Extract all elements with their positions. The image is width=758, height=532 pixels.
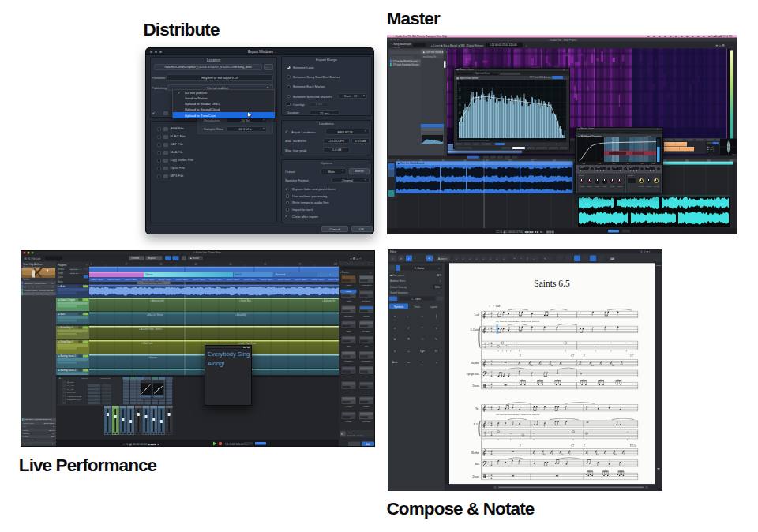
svg-text:Songs: Songs [58,272,64,275]
svg-text:☀ ⌂ ⚙: ☀ ⌂ ⚙ [715,43,725,47]
svg-text:♩: ♩ [490,257,493,260]
svg-text:∿: ∿ [435,337,438,341]
svg-text:☰ Backing Vocals 1: ☰ Backing Vocals 1 [58,354,77,358]
svg-text:♩: ♩ [456,257,459,260]
svg-text:M S: M S [437,274,441,277]
svg-text:▾ Beautifully: ▾ Beautifully [235,313,247,317]
svg-text:Limiter: Limiter [364,391,370,392]
svg-text:1:21 00:01:27.02 120.00: 1:21 00:01:27.02 120.00 [490,43,517,47]
svg-text:5:02: 5:02 [51,436,54,438]
svg-text:4: 4 [491,477,493,480]
svg-text:▾ American Girl: ▾ American Girl [150,299,164,302]
svg-text:Pre Options: Pre Options [23,439,33,441]
svg-text:1 A_Vox: 1 A_Vox [67,384,75,387]
svg-text:4/4 120.00: 4/4 120.00 [391,47,400,49]
svg-text:Chorus: Chorus [363,315,370,317]
svg-text:♭: ♭ [488,343,490,346]
svg-text:+: + [51,278,53,281]
svg-text:Gbm E A Bbm7: Gbm E A Bbm7 [193,279,205,280]
svg-text:♭: ♭ [488,421,490,425]
svg-text:Gbm E A Bbm7: Gbm E A Bbm7 [125,279,137,280]
svg-text:4 Backing vocals: 4 Backing vocals [67,395,82,398]
svg-text:1 Turn the World Around: 1 Turn the World Around [393,60,418,63]
svg-text:−: − [520,257,522,260]
svg-text:Default Velocity: Default Velocity [390,286,407,289]
svg-text:2 A_Gtr: 2 A_Gtr [67,388,73,391]
svg-text:3 Justin Lesson - Trusted Str: 3 Justin Lesson - Trusted Streets [24,290,53,292]
svg-text:↖: ↖ [428,257,430,260]
svg-text:Instruments: Instruments [100,377,111,380]
svg-text:Saints 6.5: Saints 6.5 [534,279,570,288]
svg-text:Shoe City Anthem: Shoe City Anthem [23,263,43,266]
svg-text:2 EASY FE - Deluxe: 2 EASY FE - Deluxe [24,286,42,288]
svg-text:↦: ↦ [407,361,410,364]
svg-text:♩: ♩ [497,257,500,260]
svg-text:Chorus: Chorus [146,273,154,276]
svg-text:◖ ⚙ ⌂ ☆: ◖ ⚙ ⌂ ☆ [350,257,362,260]
svg-text:♭: ♭ [488,406,490,409]
svg-text:F: F [584,444,585,448]
svg-text:Set Pilot: Set Pilot [70,268,77,271]
svg-text:Ampire: Ampire [347,432,354,433]
svg-text:EQ: EQ [365,345,368,347]
svg-text:Sound Variations: Sound Variations [390,291,408,294]
svg-text:▶ Restart: ▶ Restart [190,257,199,260]
svg-text:✎ ⊙ ■ ×: ✎ ⊙ ■ × [640,250,651,253]
svg-text:4: 4 [491,408,493,411]
svg-text:1 - Open: 1 - Open [411,298,421,301]
svg-text:-72: -72 [458,126,461,129]
svg-text:✓: ✓ [439,279,441,283]
svg-text:♭: ♭ [488,372,490,375]
svg-text:-24: -24 [458,96,461,99]
svg-text:mastering file: mastering file [423,55,437,58]
svg-text:3 Key Gtr: 3 Key Gtr [67,392,75,394]
svg-text:▧ Input: ▧ Input [67,381,74,384]
svg-text:Layout: Layout [430,305,437,309]
svg-text:☰ Guitar 1 Origina: ☰ Guitar 1 Origina [58,298,76,302]
svg-text:Lyrics: Lyrics [58,275,63,279]
svg-text:♭: ♭ [488,361,490,364]
svg-text:4: 4 [491,424,493,427]
svg-text:Flanger: Flanger [346,376,352,377]
svg-text:♭: ♭ [394,349,396,353]
svg-text:4: 4 [491,374,493,377]
svg-text:F: F [520,444,521,448]
svg-text:126.00: 126.00 [49,429,55,432]
svg-text:▶ Turn the World Around: ▶ Turn the World Around [398,162,424,165]
svg-text:☰ Pads: ☰ Pads [58,285,66,288]
svg-text:Instrum Effects Loops Files: Instrum Effects Loops Files Cloud [340,263,370,265]
svg-text:4: 4 [491,386,493,389]
svg-text:☰ Backing Vocals 2: ☰ Backing Vocals 2 [58,369,77,372]
svg-text:5 Backing voc 2: 5 Backing voc 2 [67,399,81,401]
svg-text:Gbm E A Bbm7: Gbm E A Bbm7 [295,279,307,280]
svg-text:Audition Notes: Audition Notes [390,279,406,283]
svg-text:Symbols: Symbols [394,305,404,309]
svg-text:113: 113 [334,263,338,266]
svg-text:Overdub: Overdub [131,257,140,260]
svg-text:♩: ♩ [469,257,472,260]
svg-text:F: F [520,354,521,358]
svg-text:Rhythm: Rhythm [471,362,480,365]
svg-text:Ampire: Ampire [346,284,352,286]
svg-text:4: 4 [491,345,493,348]
svg-text:Setlist: Setlist [23,278,29,281]
svg-text:♬: ♬ [400,257,403,260]
svg-text:Expander: Expander [345,360,353,362]
svg-text:½: ½ [421,337,424,341]
svg-text:-36: -36 [458,103,461,107]
svg-text:•: • [422,361,422,364]
svg-text:♪: ♪ [408,257,410,260]
svg-text:♪: ♪ [392,257,393,260]
svg-text:Gbm E A Bbm7: Gbm E A Bbm7 [312,279,325,280]
svg-text:▾ Presets: ▾ Presets [340,271,350,274]
svg-text:□□ ⇅ ▣□ 00:01:27.02 ◀◀ ▶▶: □□ ⇅ ▣□ 00:01:27.02 ◀◀ ▶▶ ■ ▶ ● ♩ ▤▤▤ [496,230,554,234]
svg-text:↔: ↔ [407,349,410,353]
svg-text:E. Gt.: E. Gt. [474,423,480,426]
svg-text:Track: Track [414,305,420,309]
svg-text:4 Sad Guys - Turn the World A: 4 Sad Guys - Turn the World Aro [24,293,53,295]
svg-text:Pro EQ: Pro EQ [346,421,352,422]
svg-text:Gbm E A Bbm7: Gbm E A Bbm7 [91,279,103,280]
svg-text:Timesig: Timesig [23,433,30,435]
svg-text:F: F [584,354,585,358]
svg-text:Add: Add [366,443,370,446]
